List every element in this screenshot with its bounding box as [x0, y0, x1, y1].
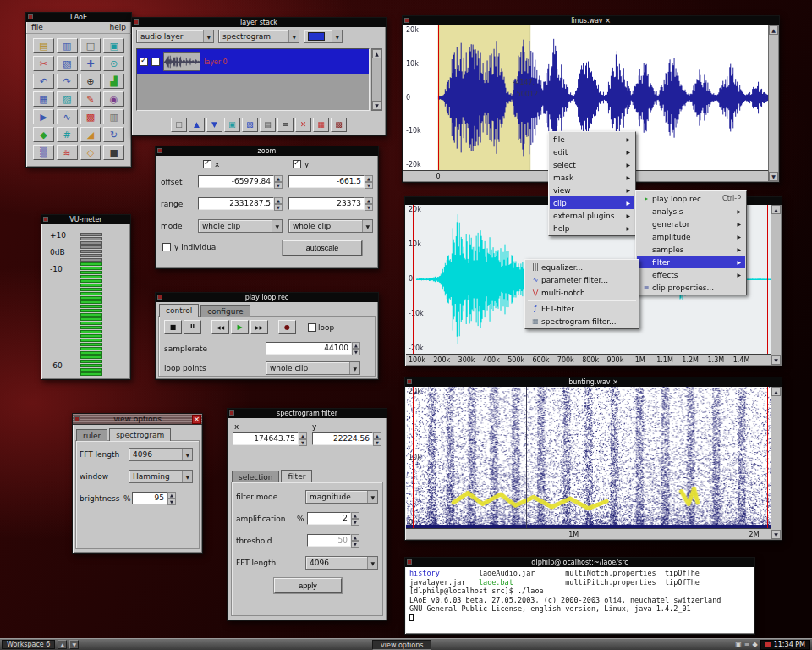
- pager-down-button[interactable]: ▼: [69, 640, 79, 649]
- scroll-up-button[interactable]: ▲: [771, 387, 781, 396]
- tab-configure[interactable]: configure: [200, 305, 250, 317]
- scroll-down-button[interactable]: ▼: [771, 355, 781, 365]
- sparkle-button[interactable]: ◇: [80, 145, 102, 160]
- range-x-spinner[interactable]: ▲▼: [274, 197, 283, 210]
- range-x-field[interactable]: 2331287.5: [198, 197, 274, 210]
- vertical-scrollbar[interactable]: ▲ ▼: [771, 387, 781, 539]
- window-fn-select[interactable]: Hamming▼: [129, 470, 193, 483]
- scroll-down-button[interactable]: ▼: [769, 172, 778, 181]
- y-position-spinner[interactable]: ▲▼: [373, 432, 381, 445]
- y-individual-checkbox[interactable]: [162, 243, 171, 251]
- rewind-button[interactable]: ◀◀: [211, 320, 229, 334]
- spin-up-icon[interactable]: ▲: [373, 432, 381, 439]
- threshold-spinner[interactable]: ▲▼: [351, 534, 359, 547]
- tray-icon-2[interactable]: ≡: [744, 641, 750, 648]
- spin-up-icon[interactable]: ▲: [365, 175, 373, 182]
- vertical-scrollbar[interactable]: ▲ ▼: [771, 205, 781, 365]
- titlebar[interactable]: dlphilp@localhost:~/laoe/src: [405, 558, 754, 567]
- link-button[interactable]: ⊙: [103, 56, 124, 71]
- y-position-field[interactable]: 22224.56: [312, 432, 373, 445]
- undo-button[interactable]: ↶: [33, 74, 54, 89]
- ruler-button[interactable]: ▥: [103, 109, 124, 124]
- titlebar[interactable]: view options ×: [73, 414, 202, 425]
- delete-layer-button[interactable]: ✕: [295, 118, 311, 132]
- tab-ruler[interactable]: ruler: [76, 429, 107, 441]
- filter-mode-select[interactable]: magnitude▼: [305, 490, 378, 504]
- close-button[interactable]: ×: [192, 415, 201, 424]
- menu-item-amplitude[interactable]: amplitude▶: [637, 230, 745, 243]
- menu-item-parameter-filter[interactable]: ∿parameter filter...: [526, 273, 638, 286]
- merge-down-button[interactable]: ▦: [313, 118, 329, 132]
- titlebar[interactable]: VU-meter: [41, 215, 130, 224]
- spectrogram-plot[interactable]: 20k10k0: [406, 387, 771, 528]
- y-axis-checkbox[interactable]: ✓: [293, 160, 301, 168]
- save-button[interactable]: ▥: [57, 38, 78, 53]
- spectrogram-canvas[interactable]: [406, 387, 771, 528]
- mode-y-select[interactable]: whole clip▼: [288, 219, 373, 233]
- pause-button[interactable]: II: [184, 320, 201, 334]
- vertical-scrollbar[interactable]: ▲ ▼: [768, 25, 778, 181]
- titlebar[interactable]: play loop rec: [156, 293, 378, 302]
- terminal-output[interactable]: history laoeAudio.jar multiNotch.propert…: [406, 567, 754, 633]
- spin-down-icon[interactable]: ▼: [365, 182, 373, 189]
- menu-item-mask[interactable]: mask▶: [550, 171, 634, 184]
- layer-scrollbar[interactable]: ▲ ▼: [371, 48, 382, 111]
- layer-view-select[interactable]: spectrogram ▼: [218, 30, 299, 43]
- grid-button[interactable]: ▦: [33, 91, 54, 107]
- spin-down-icon[interactable]: ▼: [351, 519, 359, 526]
- menu-item-fft-filter[interactable]: ƒFFT-filter...: [526, 302, 638, 315]
- amplification-spinner[interactable]: ▲▼: [351, 512, 359, 525]
- menu-file[interactable]: file: [31, 23, 43, 31]
- eye-button[interactable]: ◉: [103, 91, 124, 107]
- paste-layer-button[interactable]: ▧: [242, 118, 258, 132]
- spin-down-icon[interactable]: ▼: [299, 439, 307, 446]
- layer-up-button[interactable]: ▲: [189, 118, 205, 132]
- menu-item-effects[interactable]: effects▶: [637, 268, 745, 281]
- loop-button[interactable]: ↻: [103, 127, 124, 142]
- menu-item-file[interactable]: file▶: [550, 133, 634, 146]
- workspace-indicator[interactable]: Workspace 6: [2, 640, 55, 649]
- layer-visible-checkbox[interactable]: ✓: [140, 58, 148, 66]
- stop-button[interactable]: ■: [164, 320, 182, 334]
- layer-row-selected[interactable]: ✓ layer 0: [137, 49, 369, 74]
- x-axis-checkbox[interactable]: ✓: [203, 160, 211, 168]
- menu-item-filter[interactable]: filter▶: [637, 256, 745, 268]
- threshold-field[interactable]: 50: [307, 534, 351, 547]
- stop-button[interactable]: ■: [103, 145, 124, 160]
- titlebar[interactable]: linus.wav ×: [403, 16, 779, 25]
- erase-button[interactable]: ▩: [80, 109, 102, 124]
- spin-up-icon[interactable]: ▲: [365, 197, 373, 204]
- forward-button[interactable]: ▶▶: [250, 320, 268, 334]
- window-menu-icon[interactable]: [74, 416, 80, 421]
- menu-item-view[interactable]: view▶: [550, 184, 634, 196]
- chart-button[interactable]: ▟: [103, 74, 124, 89]
- merge-layers-button[interactable]: ≡: [277, 118, 294, 132]
- spin-down-icon[interactable]: ▼: [352, 349, 360, 355]
- offset-y-field[interactable]: -661.5: [288, 175, 365, 188]
- titlebar[interactable]: spectrogram filter: [228, 409, 387, 418]
- pencil-button[interactable]: ✎: [80, 91, 102, 107]
- redo-button[interactable]: ↷: [57, 74, 78, 89]
- zoom-button[interactable]: ⊕: [80, 74, 102, 89]
- apply-button[interactable]: apply: [274, 578, 342, 593]
- offset-y-spinner[interactable]: ▲▼: [365, 175, 373, 188]
- menu-item-edit[interactable]: edit▶: [550, 146, 634, 158]
- titlebar[interactable]: zoom: [156, 146, 378, 156]
- titlebar[interactable]: bunting.wav ×: [405, 377, 782, 387]
- spin-down-icon[interactable]: ▼: [351, 541, 359, 548]
- menu-item-play-loop-rec[interactable]: ▸play loop rec...Ctrl-P: [637, 192, 745, 205]
- play-button[interactable]: ▶: [231, 320, 249, 334]
- new-layer-button[interactable]: □: [171, 118, 187, 132]
- scroll-down-button[interactable]: ▼: [771, 530, 781, 539]
- tab-filter[interactable]: filter: [281, 470, 312, 482]
- spin-up-icon[interactable]: ▲: [274, 175, 283, 182]
- open-button[interactable]: ▤: [33, 38, 54, 53]
- play-button[interactable]: ▶: [33, 109, 54, 124]
- offset-x-spinner[interactable]: ▲▼: [274, 175, 283, 188]
- menu-item-multi-notch[interactable]: ⋁multi-notch...: [526, 286, 638, 299]
- fade-button[interactable]: ◢: [80, 127, 102, 142]
- menu-item-help[interactable]: help▶: [550, 222, 634, 234]
- scroll-up-button[interactable]: ▲: [771, 205, 781, 214]
- stats-button[interactable]: ▨: [57, 91, 78, 107]
- cut-button[interactable]: ✂: [33, 56, 54, 71]
